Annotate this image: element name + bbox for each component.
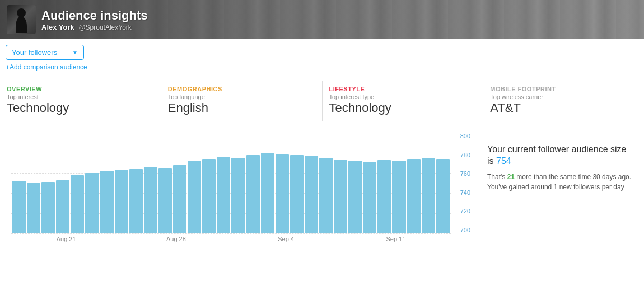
header: Audience insights Alex York @SproutAlexY… (0, 0, 644, 39)
dropdown-label: Your followers (12, 48, 57, 57)
chart-bar[interactable] (12, 181, 26, 233)
info-panel: Your current follower audience size is 7… (482, 133, 644, 256)
info-description: That's 21 more than the same time 30 day… (487, 172, 633, 192)
y-axis-label: 740 (460, 189, 470, 196)
chart-bar[interactable] (100, 171, 114, 233)
tab-lifestyle-label: LIFESTYLE (329, 86, 477, 92)
info-desc-start: That's (487, 173, 507, 181)
tab-demographics-label: DEMOGRAPHICS (168, 86, 315, 92)
chart-bar[interactable] (173, 165, 186, 233)
chart-bar[interactable] (217, 157, 230, 233)
tab-lifestyle-sublabel: Top interest type (329, 93, 477, 100)
chart-bar[interactable] (276, 154, 289, 233)
chart-bar[interactable] (436, 159, 450, 233)
tab-lifestyle[interactable]: LIFESTYLE Top interest type Technology (323, 81, 484, 121)
chart-bar[interactable] (392, 161, 405, 233)
tab-mobile-value: AT&T (490, 101, 637, 115)
tabs-bar: OVERVIEW Top interest Technology DEMOGRA… (0, 81, 644, 121)
tab-demographics-sublabel: Top language (168, 93, 315, 100)
gridline (11, 233, 451, 234)
chart-bar[interactable] (246, 155, 260, 233)
tab-mobile-label: MOBILE FOOTPRINT (490, 86, 637, 92)
follower-count: 754 (496, 156, 511, 166)
chart-bar[interactable] (334, 160, 347, 233)
chart-bar[interactable] (422, 158, 435, 233)
avatar (7, 5, 36, 34)
y-axis-label: 780 (460, 152, 470, 158)
page-title: Audience insights (41, 8, 147, 23)
x-axis-label: Sep 4 (231, 236, 341, 242)
chart-bar[interactable] (363, 162, 376, 233)
user-handle: @SproutAlexYork (78, 24, 131, 31)
chart-section: 800780760740720700 Aug 21Aug 28Sep 4Sep … (0, 127, 644, 261)
chart-container: 800780760740720700 Aug 21Aug 28Sep 4Sep … (0, 133, 482, 256)
chart-bar[interactable] (85, 173, 99, 233)
chart-bar[interactable] (129, 169, 143, 233)
chart-bar[interactable] (71, 175, 84, 233)
chart-bar[interactable] (188, 161, 201, 233)
x-axis: Aug 21Aug 28Sep 4Sep 11 (11, 236, 451, 242)
chart-bar[interactable] (231, 158, 245, 233)
chart-bar[interactable] (41, 182, 55, 233)
x-axis-label: Aug 21 (11, 236, 121, 242)
chart-bar[interactable] (319, 158, 333, 233)
tab-demographics[interactable]: DEMOGRAPHICS Top language English (161, 81, 323, 121)
tab-overview-label: OVERVIEW (7, 86, 154, 92)
tab-mobile[interactable]: MOBILE FOOTPRINT Top wireless carrier AT… (483, 81, 644, 121)
y-axis-label: 800 (460, 133, 470, 139)
chart-bar[interactable] (290, 155, 304, 233)
chart-bar[interactable] (407, 159, 421, 233)
chart-bar[interactable] (56, 180, 69, 233)
tab-overview-sublabel: Top interest (7, 93, 154, 100)
chevron-down-icon: ▼ (72, 49, 78, 55)
header-text: Audience insights Alex York @SproutAlexY… (41, 8, 147, 31)
chart-area: 800780760740720700 (11, 133, 470, 233)
x-axis-label: Sep 11 (341, 236, 451, 242)
tab-overview-value: Technology (7, 101, 154, 115)
x-axis-label: Aug 28 (121, 236, 231, 242)
y-axis-label: 760 (460, 170, 470, 177)
y-axis-label: 700 (460, 227, 470, 233)
bars-wrapper (11, 133, 451, 233)
add-comparison-link[interactable]: +Add comparison audience (6, 63, 638, 71)
follower-count-title: Your current follower audience size is 7… (487, 144, 633, 167)
info-change: 21 (507, 173, 515, 181)
tab-lifestyle-value: Technology (329, 101, 477, 115)
controls-area: Your followers ▼ +Add comparison audienc… (0, 39, 644, 73)
chart-bar[interactable] (305, 156, 318, 233)
tab-demographics-value: English (168, 101, 315, 115)
chart-bar[interactable] (377, 160, 391, 233)
chart-bar[interactable] (27, 183, 40, 233)
user-name: Alex York @SproutAlexYork (41, 23, 147, 31)
y-axis-label: 720 (460, 208, 470, 214)
y-axis: 800780760740720700 (451, 133, 470, 233)
chart-bar[interactable] (261, 153, 274, 233)
tab-mobile-sublabel: Top wireless carrier (490, 93, 637, 100)
chart-bar[interactable] (202, 159, 216, 233)
tab-overview[interactable]: OVERVIEW Top interest Technology (0, 81, 161, 121)
chart-bar[interactable] (348, 161, 362, 233)
chart-bar[interactable] (158, 168, 172, 233)
chart-bar[interactable] (115, 170, 128, 233)
chart-bar[interactable] (144, 167, 157, 233)
audience-dropdown[interactable]: Your followers ▼ (6, 45, 84, 60)
